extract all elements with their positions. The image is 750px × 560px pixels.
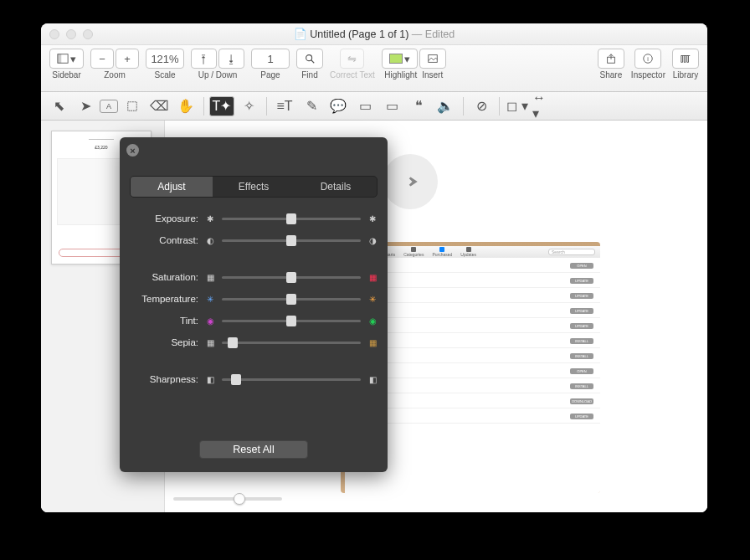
slider-sepia[interactable]: Sepia: ▦ ▦ <box>130 331 378 353</box>
svg-rect-4 <box>428 55 437 63</box>
slider-track[interactable] <box>222 298 361 301</box>
library-group: Library <box>672 49 699 80</box>
slider-right-icon: ✱ <box>367 213 378 223</box>
correct-text-button: ⇋ <box>340 49 364 69</box>
slider-thumb[interactable] <box>286 272 296 283</box>
marquee-icon[interactable] <box>120 96 145 116</box>
share-button[interactable] <box>598 49 624 69</box>
text-ocr-icon[interactable]: A <box>100 100 118 113</box>
library-button[interactable] <box>672 49 699 69</box>
scale-field[interactable]: 121% <box>146 49 184 69</box>
action-pill: INSTALL <box>570 353 593 359</box>
slider-track[interactable] <box>222 276 361 279</box>
eraser-icon[interactable]: ⌫ <box>146 96 172 116</box>
close-icon[interactable]: × <box>126 144 139 157</box>
pointer-arrow-icon[interactable]: ➤ <box>73 96 98 116</box>
slider-track[interactable] <box>222 218 361 220</box>
slider-thumb[interactable] <box>286 213 296 224</box>
tab-purchased: Purchased <box>432 247 452 257</box>
action-pill: INSTALL <box>570 383 593 389</box>
find-button[interactable] <box>296 49 323 69</box>
svg-text:i: i <box>648 56 650 62</box>
slider-left-icon: ▦ <box>205 337 215 347</box>
quote-icon[interactable]: ❝ <box>406 96 431 116</box>
slider-right-icon: ▦ <box>367 272 378 282</box>
action-pill: UPDATE <box>570 278 593 284</box>
file-icon: 📄 <box>294 28 307 40</box>
tab-updates: Updates <box>460 247 476 257</box>
slider-tint[interactable]: Tint: ◉ ◉ <box>130 310 378 331</box>
action-pill: UPDATE <box>570 293 593 299</box>
adjust-color-icon[interactable]: T✦ <box>209 96 234 116</box>
svg-rect-1 <box>58 54 61 64</box>
insert-image-button[interactable] <box>419 49 446 69</box>
zoom-slider-knob[interactable] <box>234 493 245 505</box>
action-pill: DOWNLOAD <box>570 398 593 404</box>
slider-sharpness[interactable]: Sharpness: ◧ ◧ <box>130 368 378 390</box>
page-group: 1 Page <box>251 49 290 80</box>
slider-contrast[interactable]: Contrast: ◐ ◑ <box>130 229 378 251</box>
arrow-dropdown[interactable]: ↔ ▾ <box>532 96 557 116</box>
inspector-button[interactable]: i <box>634 49 661 69</box>
tool-strip: ⬉ ➤ A ⌫ ✋ T✦ ✧ ≡T ✎ 💬 ▭ ▭ ❝ 🔈 ⊘ ◻ ▾ ↔ ▾ <box>41 92 707 121</box>
inspector-group: i Inspector <box>631 49 665 80</box>
slider-saturation[interactable]: Saturation: ▦ ▦ <box>130 266 378 288</box>
slider-track[interactable] <box>222 342 361 344</box>
hand-icon[interactable]: ✋ <box>173 96 198 116</box>
pointer-cursor-icon[interactable]: ⬉ <box>46 96 71 116</box>
slider-right-icon: ◑ <box>367 235 378 245</box>
layout-b-icon[interactable]: ▭ <box>379 96 404 116</box>
slider-left-icon: ◐ <box>205 235 215 245</box>
text-style-icon[interactable]: ≡T <box>272 96 297 116</box>
action-pill: INSTALL <box>570 338 593 344</box>
slider-left-icon: ▦ <box>205 272 215 282</box>
slider-thumb[interactable] <box>228 337 238 348</box>
highlight-swatch <box>389 54 403 64</box>
slider-exposure[interactable]: Exposure: ✱ ✱ <box>130 208 378 229</box>
audio-icon[interactable]: 🔈 <box>433 96 458 116</box>
slider-track[interactable] <box>222 239 361 242</box>
arrow-marker <box>383 154 438 209</box>
action-pill: UPDATE <box>570 414 593 419</box>
slider-temperature[interactable]: Temperature: ✳ ✳ <box>130 288 378 310</box>
slider-thumb[interactable] <box>286 294 296 305</box>
action-pill: OPEN <box>570 368 593 374</box>
embedded-search: Search <box>548 249 595 255</box>
slider-track[interactable] <box>222 320 361 322</box>
updown-group: ⭱ ⭳ Up / Down <box>191 49 244 80</box>
page-field[interactable]: 1 <box>251 49 290 69</box>
layout-a-icon[interactable]: ▭ <box>352 96 378 116</box>
slider-thumb[interactable] <box>286 235 296 246</box>
popover-tabs: Adjust Effects Details <box>130 176 378 198</box>
page-down-button[interactable]: ⭳ <box>218 49 244 69</box>
tab-effects[interactable]: Effects <box>213 177 295 197</box>
main-toolbar: ▾ Sidebar − + Zoom 121% Scale ⭱ ⭳ Up / D… <box>41 45 707 92</box>
action-pill: UPDATE <box>570 323 593 329</box>
slider-thumb[interactable] <box>231 374 241 385</box>
page-up-button[interactable]: ⭱ <box>191 49 217 69</box>
highlighter-icon[interactable]: ✎ <box>299 96 324 116</box>
svg-rect-8 <box>128 101 137 110</box>
zoom-group: − + Zoom <box>90 49 139 80</box>
box-dropdown[interactable]: ◻ ▾ <box>505 96 530 116</box>
highlight-color-button[interactable]: ▾ <box>382 49 418 69</box>
speech-icon[interactable]: 💬 <box>326 96 351 116</box>
slider-thumb[interactable] <box>286 316 296 326</box>
action-pill: OPEN <box>570 263 593 269</box>
find-group: Find <box>296 49 323 80</box>
zoom-slider[interactable] <box>173 492 282 506</box>
correct-group: ⇋ Correct Text <box>330 49 375 80</box>
reset-all-button[interactable]: Reset All <box>199 440 308 459</box>
zoom-in-button[interactable]: + <box>116 49 139 69</box>
slider-right-icon: ◧ <box>367 374 378 384</box>
slider-track[interactable] <box>222 378 361 381</box>
slider-left-icon: ◧ <box>205 374 215 384</box>
wand-icon[interactable]: ✧ <box>236 96 261 116</box>
tab-details[interactable]: Details <box>295 177 377 197</box>
sidebar-button[interactable]: ▾ <box>49 49 84 69</box>
svg-point-2 <box>306 55 312 61</box>
tab-adjust[interactable]: Adjust <box>131 177 213 197</box>
cancel-icon[interactable]: ⊘ <box>469 96 494 116</box>
slider-left-icon: ✱ <box>205 213 215 223</box>
zoom-out-button[interactable]: − <box>90 49 114 69</box>
